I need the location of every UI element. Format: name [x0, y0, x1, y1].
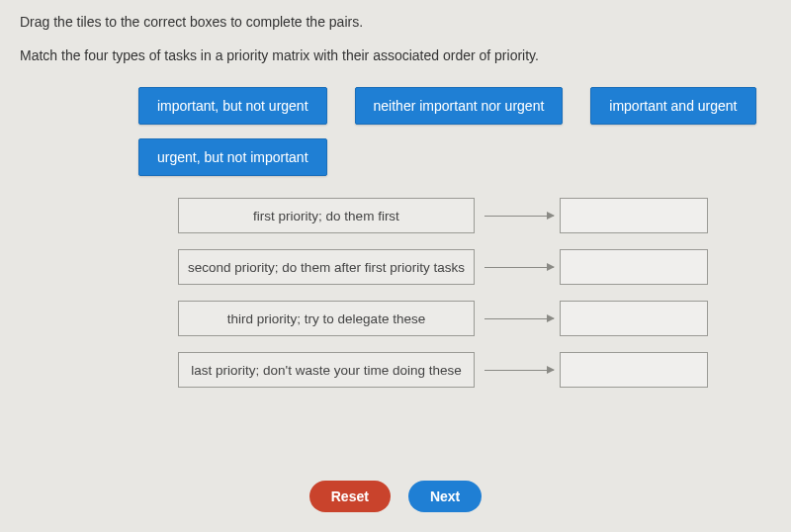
pair-row: third priority; try to delegate these: [178, 301, 771, 336]
given-first-priority: first priority; do them first: [178, 198, 475, 233]
arrow-icon: [484, 370, 554, 371]
next-button[interactable]: Next: [408, 481, 482, 512]
given-last-priority: last priority; don't waste your time doi…: [178, 352, 475, 388]
tile-neither[interactable]: neither important nor urgent: [355, 87, 564, 125]
reset-button[interactable]: Reset: [309, 481, 391, 512]
pair-row: last priority; don't waste your time doi…: [178, 352, 771, 388]
arrow-icon: [484, 318, 554, 319]
instruction-match: Match the four types of tasks in a prior…: [20, 47, 771, 63]
drop-target-1[interactable]: [560, 198, 708, 233]
tile-urgent-not-important[interactable]: urgent, but not important: [138, 138, 327, 176]
pairs-area: first priority; do them first second pri…: [20, 198, 771, 388]
tile-important-not-urgent[interactable]: important, but not urgent: [138, 87, 327, 125]
pair-row: second priority; do them after first pri…: [178, 249, 771, 285]
drop-target-2[interactable]: [560, 249, 708, 285]
drop-target-4[interactable]: [560, 352, 708, 388]
drop-target-3[interactable]: [560, 301, 708, 336]
pair-row: first priority; do them first: [178, 198, 771, 233]
given-second-priority: second priority; do them after first pri…: [178, 249, 475, 285]
arrow-icon: [484, 267, 554, 268]
arrow-icon: [484, 216, 554, 217]
footer-buttons: Reset Next: [0, 481, 791, 512]
instruction-drag: Drag the tiles to the correct boxes to c…: [20, 14, 771, 30]
tile-important-urgent[interactable]: important and urgent: [590, 87, 755, 125]
tiles-area: important, but not urgent neither import…: [20, 87, 771, 176]
given-third-priority: third priority; try to delegate these: [178, 301, 475, 336]
